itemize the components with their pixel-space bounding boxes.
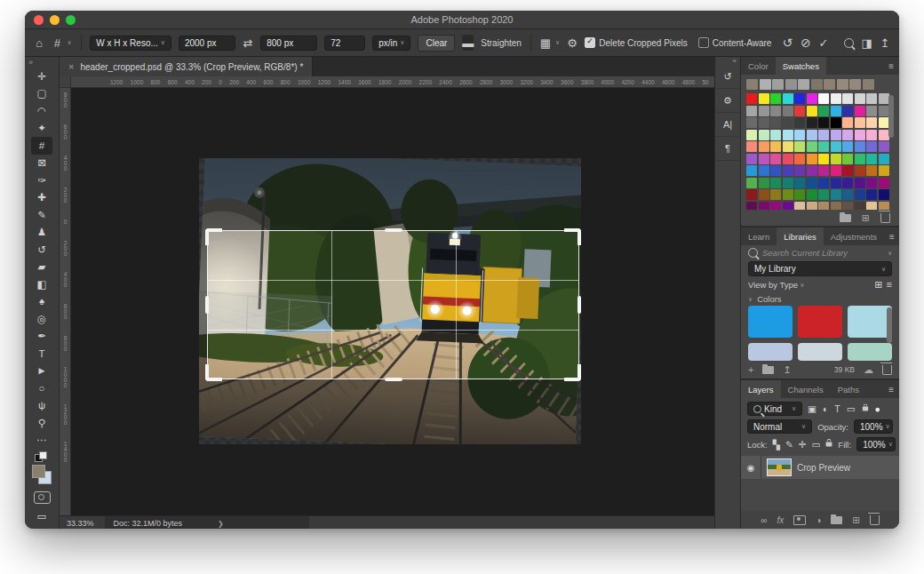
path-selection-tool[interactable]: ►: [31, 363, 52, 380]
swatch[interactable]: [855, 154, 865, 164]
swatch[interactable]: [831, 154, 841, 164]
swatch[interactable]: [855, 178, 865, 188]
swatch[interactable]: [879, 165, 889, 176]
frame-tool[interactable]: ⊠: [31, 155, 52, 172]
swatch[interactable]: [837, 79, 848, 90]
new-group-icon[interactable]: [840, 214, 851, 222]
swatch[interactable]: [794, 165, 805, 176]
swatch[interactable]: [759, 117, 769, 128]
swatch[interactable]: [770, 130, 781, 140]
swatch[interactable]: [783, 154, 793, 164]
resolution-unit-select[interactable]: px/in ∨: [372, 36, 410, 51]
swatch[interactable]: [760, 79, 771, 90]
swatch[interactable]: [759, 165, 769, 176]
swatch[interactable]: [807, 141, 817, 152]
overlay-grid-icon[interactable]: ▦: [540, 35, 551, 51]
swatch[interactable]: [759, 141, 769, 152]
swatch[interactable]: [794, 154, 805, 164]
delete-swatch-icon[interactable]: [880, 213, 890, 223]
swatch[interactable]: [866, 106, 877, 116]
cloud-sync-icon[interactable]: ☁: [864, 364, 873, 376]
swap-dimensions-icon[interactable]: ⇄: [243, 35, 253, 51]
search-icon[interactable]: [843, 35, 854, 51]
move-tool[interactable]: ✛: [31, 68, 52, 85]
status-chevron-icon[interactable]: ❯: [218, 520, 224, 528]
crop-width-input[interactable]: [179, 36, 235, 51]
swatch[interactable]: [746, 189, 757, 200]
swatch[interactable]: [842, 189, 853, 200]
library-color-card[interactable]: [848, 343, 892, 361]
fill-field[interactable]: 100% ∨: [856, 437, 896, 451]
link-layers-icon[interactable]: ∞: [761, 515, 767, 525]
swatch[interactable]: [785, 79, 797, 90]
filter-toggle-icon[interactable]: ●: [875, 403, 880, 414]
commit-crop-icon[interactable]: ✓: [818, 35, 829, 51]
swatch[interactable]: [855, 93, 865, 104]
straighten-label[interactable]: Straighten: [481, 38, 522, 48]
swatch[interactable]: [783, 189, 793, 200]
default-colors-icon[interactable]: [35, 451, 49, 462]
canvas[interactable]: [71, 88, 714, 515]
swatch[interactable]: [818, 130, 829, 140]
character-panel-icon[interactable]: A|: [716, 113, 739, 137]
tab-channels[interactable]: Channels: [781, 380, 831, 398]
opacity-field[interactable]: 100% ∨: [854, 419, 893, 434]
crop-settings-gear-icon[interactable]: ⚙: [567, 35, 578, 51]
swatch[interactable]: [794, 141, 805, 152]
swatch[interactable]: [866, 154, 877, 164]
swatch[interactable]: [807, 117, 817, 128]
tab-learn[interactable]: Learn: [741, 227, 777, 245]
crop-handle-bottom[interactable]: [385, 378, 402, 381]
swatch[interactable]: [807, 130, 817, 140]
swatch[interactable]: [818, 93, 829, 104]
swatch[interactable]: [842, 117, 853, 128]
crop-handle-bottom-right[interactable]: [564, 364, 581, 381]
swatches-scrollbar[interactable]: [888, 95, 894, 138]
clear-button[interactable]: Clear: [418, 35, 455, 52]
library-select[interactable]: My Library ∨: [748, 261, 892, 276]
swatch[interactable]: [746, 117, 757, 128]
eraser-tool[interactable]: ▰: [31, 259, 52, 276]
swatch[interactable]: [866, 178, 877, 188]
reset-crop-icon[interactable]: ↺: [782, 35, 793, 51]
swatch[interactable]: [746, 165, 757, 176]
swatch[interactable]: [794, 178, 805, 188]
libraries-scrollbar[interactable]: [887, 307, 892, 343]
swatch[interactable]: [783, 106, 793, 116]
lock-artboard-icon[interactable]: ▭: [811, 439, 820, 450]
crop-handle-right[interactable]: [578, 296, 581, 314]
delete-cropped-pixels-checkbox[interactable]: [585, 37, 595, 48]
swatch[interactable]: [879, 178, 889, 188]
swatch[interactable]: [794, 93, 805, 104]
swatch[interactable]: [831, 106, 841, 116]
swatch[interactable]: [855, 165, 865, 176]
view-by-type-select[interactable]: View by Type: [748, 280, 798, 290]
zoom-level-field[interactable]: 33.33%: [67, 519, 94, 528]
swatch[interactable]: [794, 202, 805, 211]
swatch[interactable]: [818, 165, 829, 176]
delete-layer-icon[interactable]: [870, 515, 880, 525]
lasso-tool[interactable]: ◠: [31, 102, 52, 120]
swatch[interactable]: [855, 117, 865, 128]
swatch[interactable]: [855, 106, 865, 116]
swatch[interactable]: [770, 93, 781, 104]
swatch[interactable]: [807, 189, 817, 200]
workspace-icon[interactable]: ◨: [861, 35, 872, 51]
type-tool[interactable]: T: [31, 345, 52, 363]
swatch[interactable]: [842, 165, 853, 176]
swatch[interactable]: [866, 202, 877, 211]
new-adjustment-layer-icon[interactable]: ◑: [816, 515, 821, 525]
colors-section-label[interactable]: Colors: [757, 294, 781, 304]
swatch[interactable]: [831, 165, 841, 176]
healing-brush-tool[interactable]: ✚: [31, 189, 52, 207]
share-icon[interactable]: ↥: [880, 35, 890, 51]
swatch[interactable]: [866, 165, 877, 176]
new-swatch-icon[interactable]: ⊞: [862, 212, 870, 224]
minimize-window-button[interactable]: [50, 15, 60, 25]
image-with-transparency[interactable]: [199, 158, 581, 444]
swatch[interactable]: [879, 189, 889, 200]
swatch[interactable]: [746, 106, 757, 116]
lock-pixels-icon[interactable]: ✎: [785, 439, 793, 450]
swatch[interactable]: [842, 93, 853, 104]
tab-adjustments[interactable]: Adjustments: [824, 227, 884, 245]
